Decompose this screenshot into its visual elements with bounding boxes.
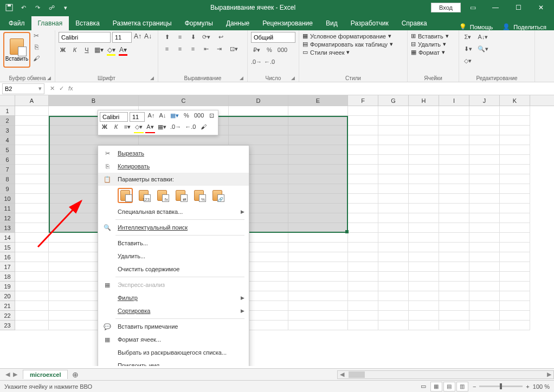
underline-button[interactable]: Ч xyxy=(82,46,91,56)
cell[interactable] xyxy=(15,282,49,291)
cell[interactable] xyxy=(439,243,469,252)
col-header[interactable]: E xyxy=(288,95,348,106)
cell[interactable] xyxy=(500,321,530,330)
cm-insert-comment[interactable]: 💬Вставить примечание xyxy=(98,320,249,333)
cell[interactable] xyxy=(469,213,500,223)
cell[interactable] xyxy=(500,135,530,145)
cell[interactable] xyxy=(378,165,409,174)
cell[interactable] xyxy=(469,106,500,116)
cell[interactable] xyxy=(288,262,348,272)
borders-icon[interactable]: ▦▾ xyxy=(94,46,104,56)
cell[interactable] xyxy=(15,116,49,126)
cell[interactable] xyxy=(15,243,49,252)
cell[interactable] xyxy=(288,233,348,243)
merge-icon[interactable]: ⊡▾ xyxy=(227,44,241,54)
row-header[interactable]: 8 xyxy=(0,174,15,184)
cell[interactable] xyxy=(469,301,500,311)
cell[interactable] xyxy=(348,165,378,174)
cell[interactable] xyxy=(15,252,49,262)
cell[interactable] xyxy=(348,243,378,252)
cell[interactable] xyxy=(378,126,409,135)
cell[interactable] xyxy=(348,291,378,301)
sheet-nav-next-icon[interactable]: ▶ xyxy=(13,371,17,378)
cell[interactable] xyxy=(378,135,409,145)
cell[interactable] xyxy=(409,311,439,321)
cell[interactable] xyxy=(15,213,49,223)
cm-define-name[interactable]: Присвоить имя... xyxy=(98,359,249,366)
cell[interactable] xyxy=(439,165,469,174)
cell[interactable] xyxy=(469,233,500,243)
col-header[interactable]: K xyxy=(500,95,530,106)
cell[interactable] xyxy=(378,291,409,301)
cm-clear[interactable]: Очистить содержимое xyxy=(98,263,249,276)
number-launcher-icon[interactable]: ◢ xyxy=(291,75,297,81)
cell[interactable] xyxy=(439,282,469,291)
cell[interactable] xyxy=(409,126,439,135)
cm-format-cells[interactable]: ▦Формат ячеек... xyxy=(98,333,249,346)
fill-icon[interactable]: ⬇▾ xyxy=(462,44,473,54)
cell[interactable] xyxy=(439,184,469,194)
align-bottom-icon[interactable]: ⬇ xyxy=(188,32,198,42)
cell[interactable] xyxy=(15,233,49,243)
cell[interactable] xyxy=(409,233,439,243)
cell[interactable] xyxy=(15,223,49,233)
cell[interactable] xyxy=(409,165,439,174)
row-header[interactable]: 13 xyxy=(0,223,15,233)
cell[interactable] xyxy=(378,194,409,204)
cell[interactable] xyxy=(288,204,348,213)
format-cells-button[interactable]: ▦Формат▾ xyxy=(411,48,455,56)
paste-button[interactable]: Вставить xyxy=(3,32,30,68)
cell[interactable] xyxy=(15,106,49,116)
mini-font-combo[interactable]: Calibri xyxy=(100,112,128,122)
cell[interactable] xyxy=(500,106,530,116)
mini-dec-decimal-icon[interactable]: ←.0 xyxy=(184,123,197,133)
cm-cut[interactable]: ✂Вырезать xyxy=(98,147,249,160)
decrease-font-icon[interactable]: A↓ xyxy=(144,32,152,42)
tab-layout[interactable]: Разметка страницы xyxy=(106,16,178,30)
cell[interactable] xyxy=(348,184,378,194)
cell[interactable] xyxy=(500,252,530,262)
cell[interactable] xyxy=(288,272,348,282)
row-header[interactable]: 5 xyxy=(0,145,15,155)
cell[interactable] xyxy=(229,116,288,126)
maximize-icon[interactable]: ☐ xyxy=(507,0,529,15)
tab-review[interactable]: Рецензирование xyxy=(256,16,319,30)
sheet-nav-prev-icon[interactable]: ◀ xyxy=(5,371,10,378)
cell[interactable] xyxy=(378,116,409,126)
align-middle-icon[interactable]: ≡ xyxy=(175,32,185,42)
cell[interactable] xyxy=(469,155,500,165)
cell[interactable] xyxy=(409,291,439,301)
normal-view-icon[interactable]: ▦ xyxy=(430,382,442,391)
row-header[interactable]: 14 xyxy=(0,233,15,243)
cell[interactable] xyxy=(288,213,348,223)
worksheet-grid[interactable]: ABCDEFGHIJK 1234567891011121314151617181… xyxy=(0,95,554,366)
cell[interactable] xyxy=(378,282,409,291)
font-size-combo[interactable]: 11 xyxy=(112,32,132,43)
cell[interactable] xyxy=(409,272,439,282)
cell[interactable] xyxy=(348,233,378,243)
cell[interactable] xyxy=(500,262,530,272)
cell[interactable] xyxy=(409,301,439,311)
save-icon[interactable] xyxy=(3,2,15,14)
cell[interactable] xyxy=(439,106,469,116)
tab-help[interactable]: Справка xyxy=(395,16,434,30)
login-button[interactable]: Вход xyxy=(431,3,461,12)
cm-sort[interactable]: Сортировка▶ xyxy=(98,304,249,317)
cm-delete[interactable]: Удалить... xyxy=(98,250,249,263)
page-layout-view-icon[interactable]: ▤ xyxy=(443,382,455,391)
cell[interactable] xyxy=(348,126,378,135)
align-center-icon[interactable]: ≡ xyxy=(175,44,185,54)
row-header[interactable]: 2 xyxy=(0,116,15,126)
cell[interactable] xyxy=(378,106,409,116)
cell[interactable] xyxy=(500,243,530,252)
cell[interactable] xyxy=(409,184,439,194)
cell[interactable] xyxy=(500,174,530,184)
fx-icon[interactable]: fx xyxy=(68,85,73,92)
cell[interactable] xyxy=(469,252,500,262)
cell[interactable] xyxy=(439,194,469,204)
cell[interactable] xyxy=(409,155,439,165)
cm-filter[interactable]: Фильтр▶ xyxy=(98,291,249,304)
cell[interactable] xyxy=(15,165,49,174)
col-header[interactable]: J xyxy=(469,95,500,106)
tab-formulas[interactable]: Формулы xyxy=(178,16,220,30)
